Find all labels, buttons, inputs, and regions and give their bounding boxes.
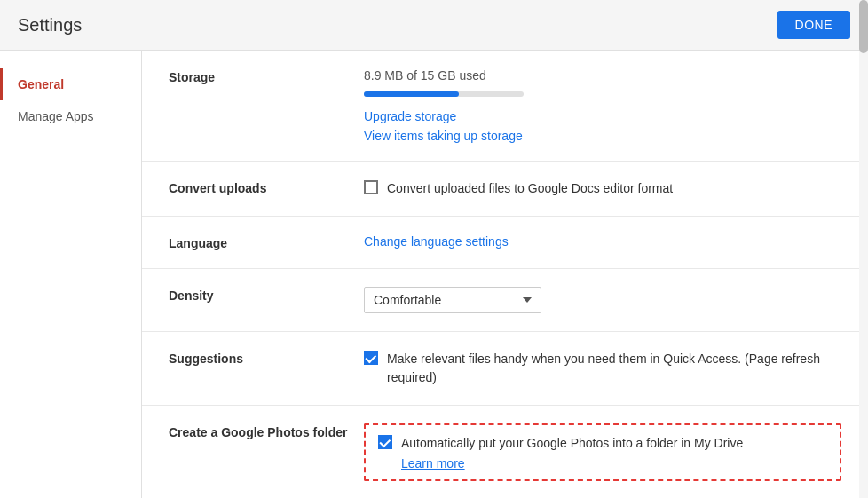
scrollbar-thumb[interactable]	[859, 0, 868, 53]
page-title: Settings	[18, 15, 82, 36]
language-content: Change language settings	[364, 234, 841, 249]
density-selected-value: Comfortable	[374, 293, 441, 307]
storage-content: 8.9 MB of 15 GB used Upgrade storage Vie…	[364, 68, 841, 143]
density-content: Comfortable	[364, 287, 841, 313]
settings-window: Settings DONE General Manage Apps Storag…	[0, 0, 868, 498]
suggestions-checkbox[interactable]	[364, 351, 378, 365]
convert-checkbox-row: Convert uploaded files to Google Docs ed…	[364, 179, 841, 198]
language-row: Language Change language settings	[142, 217, 868, 269]
view-storage-link[interactable]: View items taking up storage	[364, 129, 841, 143]
sidebar-item-general[interactable]: General	[0, 68, 141, 100]
storage-bar	[364, 91, 524, 97]
upgrade-storage-link[interactable]: Upgrade storage	[364, 109, 841, 123]
density-row: Density Comfortable	[142, 269, 868, 332]
storage-row: Storage 8.9 MB of 15 GB used Upgrade sto…	[142, 51, 868, 162]
convert-uploads-content: Convert uploaded files to Google Docs ed…	[364, 179, 841, 198]
storage-label: Storage	[169, 68, 364, 84]
suggestions-row: Suggestions Make relevant files handy wh…	[142, 332, 868, 406]
google-photos-row: Create a Google Photos folder Automatica…	[142, 406, 868, 498]
google-photos-checkbox[interactable]	[378, 435, 392, 449]
sidebar: General Manage Apps	[0, 51, 142, 498]
dropdown-arrow-icon	[523, 297, 532, 303]
done-button[interactable]: DONE	[777, 11, 850, 39]
google-photos-highlighted: Automatically put your Google Photos int…	[364, 423, 841, 481]
convert-uploads-label: Convert uploads	[169, 179, 364, 195]
convert-uploads-row: Convert uploads Convert uploaded files t…	[142, 162, 868, 217]
sidebar-item-manage-apps[interactable]: Manage Apps	[0, 100, 141, 132]
google-photos-content: Automatically put your Google Photos int…	[364, 423, 841, 481]
storage-bar-fill	[364, 91, 459, 97]
language-label: Language	[169, 234, 364, 250]
suggestions-checkbox-row: Make relevant files handy when you need …	[364, 350, 841, 387]
scrollbar-track[interactable]	[859, 0, 868, 498]
convert-uploads-checkbox[interactable]	[364, 180, 378, 194]
google-photos-checkbox-row: Automatically put your Google Photos int…	[378, 434, 827, 453]
change-language-link[interactable]: Change language settings	[364, 234, 841, 249]
suggestions-label: Suggestions	[169, 350, 364, 366]
google-photos-checkbox-label: Automatically put your Google Photos int…	[401, 434, 743, 453]
main-content: Storage 8.9 MB of 15 GB used Upgrade sto…	[142, 51, 868, 498]
storage-usage-text: 8.9 MB of 15 GB used	[364, 68, 841, 83]
learn-more-link[interactable]: Learn more	[401, 456, 827, 470]
density-label: Density	[169, 287, 364, 303]
header: Settings DONE	[0, 0, 868, 51]
convert-uploads-checkbox-label: Convert uploaded files to Google Docs ed…	[387, 179, 673, 198]
google-photos-label: Create a Google Photos folder	[169, 423, 364, 439]
suggestions-checkbox-label: Make relevant files handy when you need …	[387, 350, 841, 387]
density-select[interactable]: Comfortable	[364, 287, 541, 313]
suggestions-content: Make relevant files handy when you need …	[364, 350, 841, 387]
body: General Manage Apps Storage 8.9 MB of 15…	[0, 51, 868, 498]
